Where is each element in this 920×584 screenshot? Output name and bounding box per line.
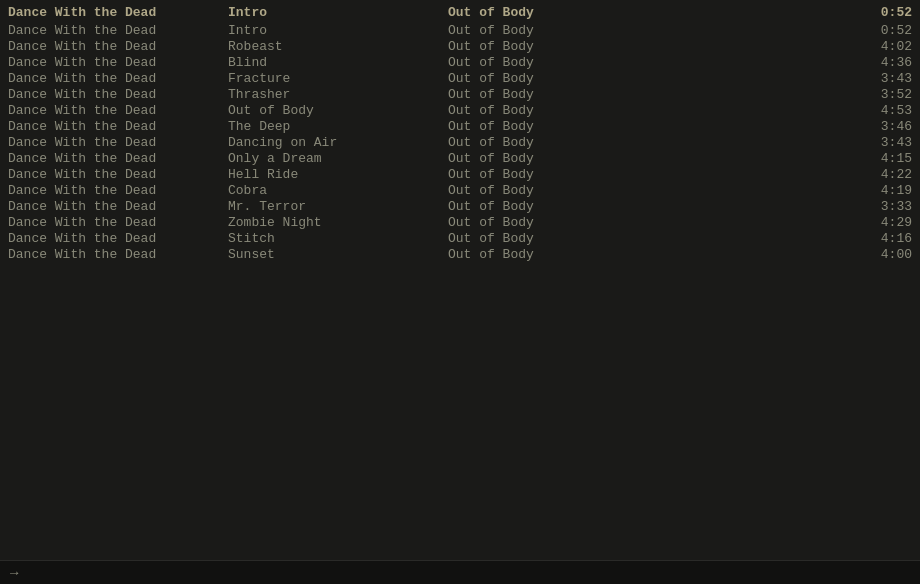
track-title: Thrasher: [228, 87, 448, 102]
track-album: Out of Body: [448, 167, 852, 182]
header-artist: Dance With the Dead: [8, 5, 228, 20]
arrow-icon: →: [10, 565, 18, 581]
track-duration: 4:29: [852, 215, 912, 230]
table-row[interactable]: Dance With the DeadZombie NightOut of Bo…: [0, 214, 920, 230]
track-artist: Dance With the Dead: [8, 215, 228, 230]
track-album: Out of Body: [448, 23, 852, 38]
track-duration: 4:53: [852, 103, 912, 118]
header-title: Intro: [228, 5, 448, 20]
track-title: Only a Dream: [228, 151, 448, 166]
table-row[interactable]: Dance With the DeadCobraOut of Body4:19: [0, 182, 920, 198]
track-title: Fracture: [228, 71, 448, 86]
track-title: Mr. Terror: [228, 199, 448, 214]
track-artist: Dance With the Dead: [8, 151, 228, 166]
track-album: Out of Body: [448, 231, 852, 246]
table-row[interactable]: Dance With the DeadOut of BodyOut of Bod…: [0, 102, 920, 118]
track-duration: 4:15: [852, 151, 912, 166]
track-list: Dance With the Dead Intro Out of Body 0:…: [0, 0, 920, 266]
table-row[interactable]: Dance With the DeadOnly a DreamOut of Bo…: [0, 150, 920, 166]
track-title: The Deep: [228, 119, 448, 134]
track-title: Dancing on Air: [228, 135, 448, 150]
track-album: Out of Body: [448, 151, 852, 166]
track-duration: 3:43: [852, 135, 912, 150]
track-artist: Dance With the Dead: [8, 39, 228, 54]
track-title: Stitch: [228, 231, 448, 246]
track-title: Hell Ride: [228, 167, 448, 182]
table-row[interactable]: Dance With the DeadStitchOut of Body4:16: [0, 230, 920, 246]
track-title: Zombie Night: [228, 215, 448, 230]
table-row[interactable]: Dance With the DeadBlindOut of Body4:36: [0, 54, 920, 70]
track-album: Out of Body: [448, 119, 852, 134]
header-duration: 0:52: [852, 5, 912, 20]
track-album: Out of Body: [448, 247, 852, 262]
track-artist: Dance With the Dead: [8, 231, 228, 246]
track-album: Out of Body: [448, 87, 852, 102]
track-artist: Dance With the Dead: [8, 87, 228, 102]
header-album: Out of Body: [448, 5, 852, 20]
track-duration: 4:22: [852, 167, 912, 182]
table-row[interactable]: Dance With the DeadFractureOut of Body3:…: [0, 70, 920, 86]
track-duration: 3:43: [852, 71, 912, 86]
track-artist: Dance With the Dead: [8, 135, 228, 150]
track-title: Robeast: [228, 39, 448, 54]
track-title: Intro: [228, 23, 448, 38]
track-artist: Dance With the Dead: [8, 183, 228, 198]
track-artist: Dance With the Dead: [8, 247, 228, 262]
table-row[interactable]: Dance With the DeadHell RideOut of Body4…: [0, 166, 920, 182]
track-album: Out of Body: [448, 199, 852, 214]
track-title: Blind: [228, 55, 448, 70]
table-row[interactable]: Dance With the DeadRobeastOut of Body4:0…: [0, 38, 920, 54]
table-row[interactable]: Dance With the DeadMr. TerrorOut of Body…: [0, 198, 920, 214]
track-artist: Dance With the Dead: [8, 71, 228, 86]
track-artist: Dance With the Dead: [8, 103, 228, 118]
track-album: Out of Body: [448, 55, 852, 70]
track-title: Out of Body: [228, 103, 448, 118]
track-artist: Dance With the Dead: [8, 55, 228, 70]
track-duration: 4:02: [852, 39, 912, 54]
track-duration: 4:19: [852, 183, 912, 198]
track-artist: Dance With the Dead: [8, 23, 228, 38]
track-album: Out of Body: [448, 103, 852, 118]
bottom-bar: →: [0, 560, 920, 584]
track-artist: Dance With the Dead: [8, 167, 228, 182]
table-row[interactable]: Dance With the DeadIntroOut of Body0:52: [0, 22, 920, 38]
track-duration: 4:16: [852, 231, 912, 246]
track-title: Cobra: [228, 183, 448, 198]
track-duration: 0:52: [852, 23, 912, 38]
table-row[interactable]: Dance With the DeadSunsetOut of Body4:00: [0, 246, 920, 262]
track-duration: 4:36: [852, 55, 912, 70]
track-album: Out of Body: [448, 183, 852, 198]
table-row[interactable]: Dance With the DeadDancing on AirOut of …: [0, 134, 920, 150]
track-title: Sunset: [228, 247, 448, 262]
table-row[interactable]: Dance With the DeadThe DeepOut of Body3:…: [0, 118, 920, 134]
table-row[interactable]: Dance With the DeadThrasherOut of Body3:…: [0, 86, 920, 102]
track-duration: 3:52: [852, 87, 912, 102]
track-album: Out of Body: [448, 215, 852, 230]
track-album: Out of Body: [448, 71, 852, 86]
track-duration: 3:33: [852, 199, 912, 214]
track-album: Out of Body: [448, 135, 852, 150]
track-duration: 3:46: [852, 119, 912, 134]
track-duration: 4:00: [852, 247, 912, 262]
track-album: Out of Body: [448, 39, 852, 54]
track-artist: Dance With the Dead: [8, 199, 228, 214]
track-artist: Dance With the Dead: [8, 119, 228, 134]
track-list-header: Dance With the Dead Intro Out of Body 0:…: [0, 4, 920, 20]
